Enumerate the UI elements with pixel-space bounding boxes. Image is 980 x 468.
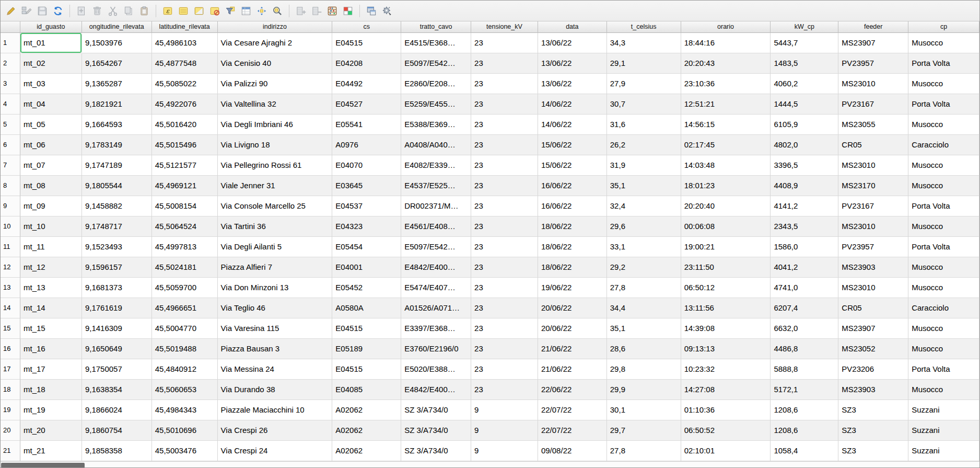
cell-tensione_kV[interactable]: 23 <box>471 318 538 339</box>
cell-kW_cp[interactable]: 5172,1 <box>771 380 838 400</box>
cell-longitudine_rilevata[interactable]: 9,1458882 <box>82 196 152 216</box>
cell-data[interactable]: 19/06/22 <box>538 278 607 298</box>
cell-latitudine_rilevata[interactable]: 45,5015496 <box>152 135 218 155</box>
cell-orario[interactable]: 18:44:16 <box>681 33 771 53</box>
cell-tensione_kV[interactable]: 23 <box>471 339 538 359</box>
cell-feeder[interactable]: PV23167 <box>838 94 908 115</box>
cell-cs[interactable]: E05454 <box>332 237 401 257</box>
cell-t_celsius[interactable]: 29,2 <box>607 257 681 278</box>
cell-feeder[interactable]: CR05 <box>838 135 908 155</box>
cell-kW_cp[interactable]: 4486,8 <box>771 339 838 359</box>
actions-icon[interactable] <box>380 4 394 18</box>
cell-latitudine_rilevata[interactable]: 45,4986103 <box>152 33 218 53</box>
cell-id_guasto[interactable]: mt_09 <box>20 196 82 216</box>
cell-indirizzo[interactable]: Via Cenisio 40 <box>218 53 333 74</box>
column-header-latitudine_rilevata[interactable]: latitudine_rilevata <box>152 21 218 33</box>
cell-data[interactable]: 22/06/22 <box>538 380 607 400</box>
cell-kW_cp[interactable]: 6105,9 <box>771 115 838 135</box>
cell-id_guasto[interactable]: mt_08 <box>20 176 82 196</box>
cell-id_guasto[interactable]: mt_21 <box>20 441 82 461</box>
zoom-to-selection-icon[interactable] <box>270 4 285 18</box>
cell-cs[interactable]: E04085 <box>332 380 401 400</box>
cell-cp[interactable]: Musocco <box>908 318 979 339</box>
invert-selection-icon[interactable] <box>192 4 206 18</box>
cell-t_celsius[interactable]: 31,6 <box>607 115 681 135</box>
cell-latitudine_rilevata[interactable]: 45,5008154 <box>152 196 218 216</box>
cell-tensione_kV[interactable]: 23 <box>471 94 538 115</box>
copy-rows-icon[interactable] <box>121 4 136 18</box>
cell-cp[interactable]: Musocco <box>908 339 979 359</box>
cell-feeder[interactable]: MS23055 <box>838 115 908 135</box>
cell-id_guasto[interactable]: mt_05 <box>20 115 82 135</box>
cell-tensione_kV[interactable]: 9 <box>471 420 538 441</box>
cell-kW_cp[interactable]: 5888,8 <box>771 359 838 380</box>
horizontal-scrollbar[interactable] <box>1 461 979 468</box>
cell-indirizzo[interactable]: Via Durando 38 <box>218 380 333 400</box>
delete-selected-icon[interactable] <box>90 4 104 18</box>
cell-cs[interactable]: E04537 <box>332 196 401 216</box>
cell-t_celsius[interactable]: 33,1 <box>607 237 681 257</box>
cell-kW_cp[interactable]: 4408,9 <box>771 176 838 196</box>
cell-tensione_kV[interactable]: 23 <box>471 216 538 237</box>
cell-tensione_kV[interactable]: 23 <box>471 115 538 135</box>
cell-latitudine_rilevata[interactable]: 45,5121577 <box>152 155 218 176</box>
cell-orario[interactable]: 14:27:08 <box>681 380 771 400</box>
cell-orario[interactable]: 01:10:36 <box>681 400 771 420</box>
cell-tratto_cavo[interactable]: E5097/E542… <box>401 53 471 74</box>
cell-tensione_kV[interactable]: 23 <box>471 53 538 74</box>
cell-feeder[interactable]: MS23170 <box>838 176 908 196</box>
cell-kW_cp[interactable]: 1058,4 <box>771 441 838 461</box>
cell-latitudine_rilevata[interactable]: 45,5024181 <box>152 257 218 278</box>
column-header-cp[interactable]: cp <box>908 21 979 33</box>
cell-longitudine_rilevata[interactable]: 9,1650649 <box>82 339 152 359</box>
column-header-feeder[interactable]: feeder <box>838 21 908 33</box>
cell-id_guasto[interactable]: mt_03 <box>20 74 82 94</box>
toggle-multi-edit-icon[interactable] <box>19 4 34 18</box>
cell-tensione_kV[interactable]: 23 <box>471 237 538 257</box>
cell-data[interactable]: 13/06/22 <box>538 74 607 94</box>
cell-indirizzo[interactable]: Via Don Minzoni 13 <box>218 278 333 298</box>
cell-data[interactable]: 20/06/22 <box>538 318 607 339</box>
cell-t_celsius[interactable]: 26,2 <box>607 135 681 155</box>
cell-tratto_cavo[interactable]: E4082/E339… <box>401 155 471 176</box>
cell-cs[interactable]: E03645 <box>332 176 401 196</box>
row-number[interactable]: 14 <box>1 298 20 318</box>
toggle-editing-icon[interactable] <box>4 4 18 18</box>
cell-indirizzo[interactable]: Via Palizzi 90 <box>218 74 333 94</box>
cell-longitudine_rilevata[interactable]: 9,1654267 <box>82 53 152 74</box>
cell-latitudine_rilevata[interactable]: 45,4877548 <box>152 53 218 74</box>
cell-longitudine_rilevata[interactable]: 9,1664593 <box>82 115 152 135</box>
cell-orario[interactable]: 19:00:21 <box>681 237 771 257</box>
cell-cs[interactable]: E05452 <box>332 278 401 298</box>
cell-cs[interactable]: E04515 <box>332 359 401 380</box>
cell-indirizzo[interactable]: Via Messina 24 <box>218 359 333 380</box>
cell-cs[interactable]: E04515 <box>332 33 401 53</box>
cell-cs[interactable]: E04515 <box>332 318 401 339</box>
cell-kW_cp[interactable]: 3396,5 <box>771 155 838 176</box>
cell-t_celsius[interactable]: 34,3 <box>607 33 681 53</box>
cell-tensione_kV[interactable]: 23 <box>471 74 538 94</box>
cell-id_guasto[interactable]: mt_02 <box>20 53 82 74</box>
cell-tratto_cavo[interactable]: SZ 3/A734/0 <box>401 400 471 420</box>
cell-tratto_cavo[interactable]: E5020/E388… <box>401 359 471 380</box>
cell-cp[interactable]: Musocco <box>908 115 979 135</box>
cell-tensione_kV[interactable]: 9 <box>471 441 538 461</box>
cell-data[interactable]: 18/06/22 <box>538 237 607 257</box>
cell-id_guasto[interactable]: mt_04 <box>20 94 82 115</box>
row-number[interactable]: 16 <box>1 339 20 359</box>
cell-id_guasto[interactable]: mt_19 <box>20 400 82 420</box>
cell-feeder[interactable]: SZ3 <box>838 400 908 420</box>
cell-t_celsius[interactable]: 32,4 <box>607 196 681 216</box>
cell-orario[interactable]: 18:01:23 <box>681 176 771 196</box>
cell-kW_cp[interactable]: 1444,5 <box>771 94 838 115</box>
cell-longitudine_rilevata[interactable]: 9,1866024 <box>82 400 152 420</box>
cell-latitudine_rilevata[interactable]: 45,5059700 <box>152 278 218 298</box>
cell-tratto_cavo[interactable]: E4515/E368… <box>401 33 471 53</box>
cell-longitudine_rilevata[interactable]: 9,1805544 <box>82 176 152 196</box>
dock-table-icon[interactable] <box>364 4 379 18</box>
cell-longitudine_rilevata[interactable]: 9,1638354 <box>82 380 152 400</box>
select-all-icon[interactable] <box>176 4 191 18</box>
cell-orario[interactable]: 09:13:13 <box>681 339 771 359</box>
cell-orario[interactable]: 02:10:01 <box>681 441 771 461</box>
column-header-indirizzo[interactable]: indirizzo <box>218 21 333 33</box>
